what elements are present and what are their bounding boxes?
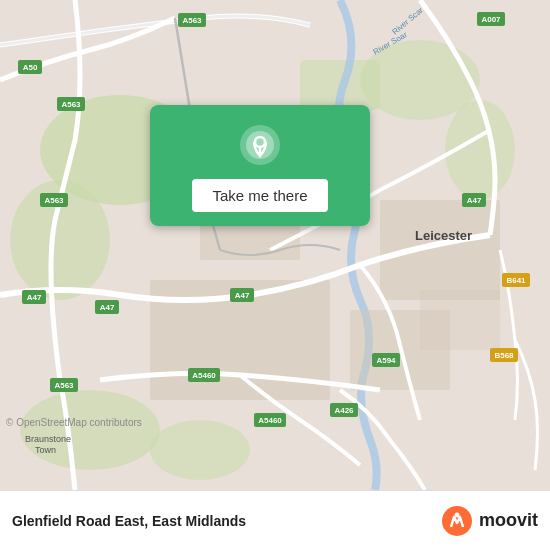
svg-text:A563: A563 [44, 196, 64, 205]
location-name: Glenfield Road East, East Midlands [12, 513, 246, 529]
svg-text:Leicester: Leicester [415, 228, 472, 243]
svg-rect-12 [380, 200, 500, 300]
svg-text:A563: A563 [182, 16, 202, 25]
svg-text:B641: B641 [506, 276, 526, 285]
location-text-area: Glenfield Road East, East Midlands [12, 513, 246, 529]
moovit-text: moovit [479, 510, 538, 531]
svg-text:A47: A47 [467, 196, 482, 205]
svg-text:A47: A47 [235, 291, 250, 300]
svg-text:A594: A594 [376, 356, 396, 365]
svg-text:Braunstone: Braunstone [25, 434, 71, 444]
svg-rect-14 [420, 290, 500, 350]
moovit-icon [441, 505, 473, 537]
svg-text:Town: Town [35, 445, 56, 455]
map-container: River Soar River Scar [0, 0, 550, 490]
svg-text:A50: A50 [23, 63, 38, 72]
svg-text:A5460: A5460 [258, 416, 282, 425]
moovit-logo: moovit [441, 505, 538, 537]
svg-text:B568: B568 [494, 351, 514, 360]
svg-point-6 [20, 390, 160, 470]
svg-text:A563: A563 [61, 100, 81, 109]
bottom-bar: Glenfield Road East, East Midlands moovi… [0, 490, 550, 550]
svg-text:A5460: A5460 [192, 371, 216, 380]
popup-green-area: Take me there [150, 105, 370, 226]
location-pin-icon [238, 123, 282, 167]
svg-text:A563: A563 [54, 381, 74, 390]
take-me-there-button[interactable]: Take me there [192, 179, 327, 212]
popup-card: Take me there [150, 105, 370, 226]
svg-text:A47: A47 [27, 293, 42, 302]
svg-point-55 [454, 512, 459, 517]
svg-text:A007: A007 [481, 15, 501, 24]
svg-text:A426: A426 [334, 406, 354, 415]
svg-point-7 [150, 420, 250, 480]
map-attribution: © OpenStreetMap contributors [6, 417, 142, 428]
svg-text:A47: A47 [100, 303, 115, 312]
